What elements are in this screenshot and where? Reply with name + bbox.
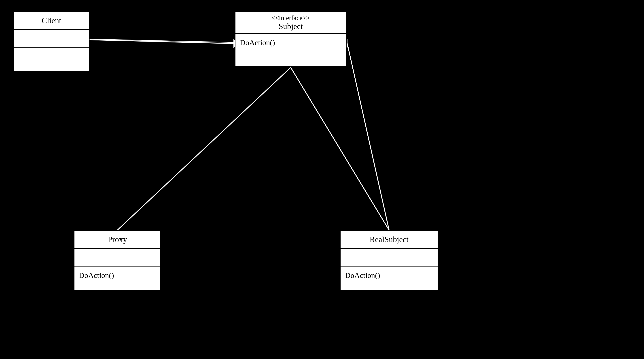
svg-line-8 bbox=[291, 67, 389, 230]
svg-line-7 bbox=[118, 67, 291, 230]
svg-line-5 bbox=[347, 43, 389, 230]
subject-doaction-text: DoAction() bbox=[240, 38, 275, 47]
realsubject-class-name: RealSubject bbox=[340, 231, 438, 249]
subject-stereotype-text: <<interface>> bbox=[272, 14, 310, 22]
client-attributes-section bbox=[14, 30, 89, 47]
proxy-class-box: Proxy DoAction() bbox=[74, 230, 161, 290]
client-class-box: Client bbox=[14, 11, 90, 71]
proxy-doaction-method: DoAction() bbox=[74, 267, 160, 284]
realsubject-class-box: RealSubject DoAction() bbox=[340, 230, 438, 290]
subject-class-name: <<interface>> Subject bbox=[236, 12, 346, 34]
client-class-name: Client bbox=[14, 12, 89, 30]
proxy-class-name: Proxy bbox=[74, 231, 160, 249]
subject-interface-box: <<interface>> Subject DoAction() bbox=[235, 11, 346, 67]
proxy-attributes-section bbox=[74, 249, 160, 267]
realsubject-name-text: RealSubject bbox=[370, 235, 408, 244]
proxy-doaction-text: DoAction() bbox=[79, 271, 114, 280]
proxy-name-text: Proxy bbox=[108, 235, 127, 244]
subject-name-text: Subject bbox=[272, 22, 310, 31]
uml-diagram: Client <<interface>> Subject DoAction() … bbox=[0, 0, 644, 359]
svg-line-3 bbox=[90, 40, 234, 43]
client-name-text: Client bbox=[42, 16, 61, 25]
realsubject-doaction-method: DoAction() bbox=[340, 267, 438, 284]
realsubject-attributes-section bbox=[340, 249, 438, 267]
realsubject-doaction-text: DoAction() bbox=[345, 271, 380, 280]
subject-doaction-method: DoAction() bbox=[236, 34, 346, 52]
svg-line-2 bbox=[90, 39, 234, 42]
client-methods-section bbox=[14, 47, 89, 65]
